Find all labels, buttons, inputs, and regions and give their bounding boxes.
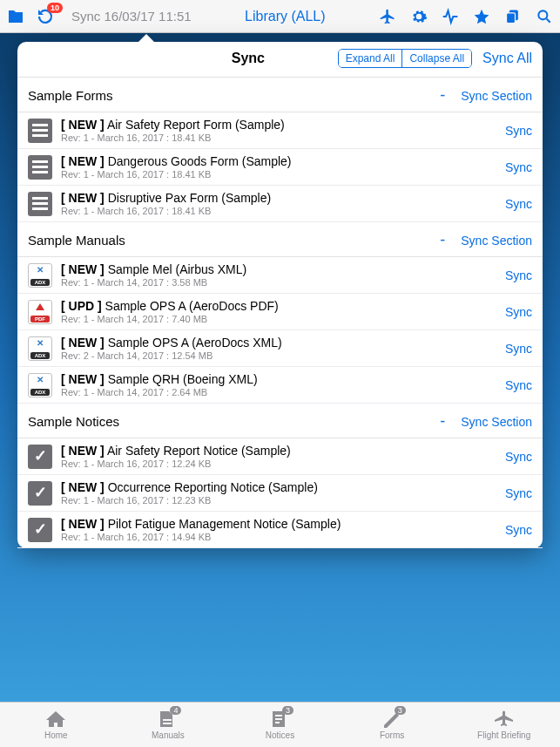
sync-section-button[interactable]: Sync Section bbox=[461, 234, 532, 248]
section-title: Sample Forms bbox=[28, 88, 440, 103]
list-item[interactable]: [ NEW ] Air Safety Report Form (Sample)R… bbox=[17, 112, 543, 149]
list-item[interactable]: [ UPD ] Sample OPS A (AeroDocs PDF)Rev: … bbox=[17, 294, 543, 330]
section-header: Sample Forms-Sync Section bbox=[17, 78, 543, 112]
status-tag: [ NEW ] bbox=[61, 154, 105, 168]
item-name: Dangerous Goods Form (Sample) bbox=[108, 154, 292, 168]
item-name: Disruptive Pax Form (Sample) bbox=[108, 191, 272, 205]
tab-badge: 4 bbox=[170, 706, 181, 715]
tab-label: Notices bbox=[266, 730, 294, 740]
collapse-toggle[interactable]: - bbox=[440, 412, 445, 431]
item-meta: Rev: 1 - March 14, 2017 : 2.64 MB bbox=[61, 387, 505, 397]
item-text: [ NEW ] Pilot Fatigue Management Notice … bbox=[61, 517, 505, 542]
item-name: Air Safety Report Notice (Sample) bbox=[107, 444, 291, 458]
item-text: [ NEW ] Dangerous Goods Form (Sample)Rev… bbox=[61, 154, 505, 180]
section-header: Sample Manuals-Sync Section bbox=[17, 222, 543, 257]
status-tag: [ NEW ] bbox=[61, 262, 105, 276]
tab-flight-briefing[interactable]: Flight Briefing bbox=[448, 703, 560, 747]
collapse-all-button[interactable]: Collapse All bbox=[401, 50, 471, 67]
list-item[interactable]: [ NEW ] Sample OPS A (AeroDocs XML)Rev: … bbox=[17, 330, 543, 367]
section-title: Sample Manuals bbox=[28, 233, 440, 248]
doc-file-icon bbox=[28, 192, 52, 216]
doc-file-icon bbox=[28, 155, 52, 180]
svg-rect-1 bbox=[507, 12, 516, 23]
item-text: [ NEW ] Air Safety Report Notice (Sample… bbox=[61, 444, 505, 469]
sync-item-button[interactable]: Sync bbox=[505, 124, 532, 138]
sync-item-button[interactable]: Sync bbox=[505, 160, 532, 174]
item-name: Sample Mel (Airbus XML) bbox=[108, 262, 247, 276]
item-meta: Rev: 1 - March 16, 2017 : 14.94 KB bbox=[61, 532, 505, 542]
sync-section-button[interactable]: Sync Section bbox=[461, 89, 532, 103]
item-meta: Rev: 2 - March 14, 2017 : 12.54 MB bbox=[61, 350, 505, 361]
xml-file-icon bbox=[28, 373, 52, 397]
sync-item-button[interactable]: Sync bbox=[505, 268, 532, 282]
pdf-file-icon bbox=[28, 300, 52, 324]
chk-file-icon bbox=[28, 481, 52, 506]
tab-label: Forms bbox=[380, 730, 404, 740]
sync-item-button[interactable]: Sync bbox=[505, 378, 532, 392]
list-item[interactable]: [ NEW ] Sample Mel (Airbus XML)Rev: 1 - … bbox=[17, 257, 543, 294]
status-tag: [ NEW ] bbox=[61, 372, 105, 386]
refresh-icon[interactable]: 10 bbox=[37, 8, 54, 25]
gear-icon[interactable] bbox=[410, 8, 428, 25]
item-text: [ NEW ] Sample Mel (Airbus XML)Rev: 1 - … bbox=[61, 262, 505, 288]
list-item[interactable]: [ NEW ] Pilot Fatigue Management Notice … bbox=[17, 512, 543, 548]
tab-manuals[interactable]: 4 Manuals bbox=[112, 703, 225, 747]
section-header: Sample Notices-Sync Section bbox=[17, 404, 543, 438]
sync-item-button[interactable]: Sync bbox=[505, 197, 532, 211]
status-tag: [ NEW ] bbox=[61, 444, 105, 458]
item-name: Occurrence Reporting Notice (Sample) bbox=[108, 480, 318, 494]
sync-item-button[interactable]: Sync bbox=[505, 342, 532, 356]
sync-all-button[interactable]: Sync All bbox=[482, 51, 532, 66]
section-title: Sample Notices bbox=[28, 414, 440, 429]
bottom-tabbar: Home 4 Manuals 3 Notices 3 Forms Flight … bbox=[0, 702, 560, 747]
status-tag: [ UPD ] bbox=[61, 299, 102, 313]
folder-icon[interactable] bbox=[7, 9, 24, 24]
list-item[interactable]: [ NEW ] Occurrence Reporting Notice (Sam… bbox=[17, 475, 543, 512]
page-title[interactable]: Library (ALL) bbox=[199, 9, 372, 24]
airplane-icon[interactable] bbox=[379, 8, 396, 25]
sync-item-button[interactable]: Sync bbox=[505, 523, 532, 537]
sync-section-button[interactable]: Sync Section bbox=[461, 415, 532, 429]
list-item[interactable]: [ NEW ] Sample QRH (Boeing XML)Rev: 1 - … bbox=[17, 367, 543, 404]
item-name: Air Safety Report Form (Sample) bbox=[107, 118, 285, 132]
item-meta: Rev: 1 - March 16, 2017 : 12.23 KB bbox=[61, 495, 505, 506]
list-item[interactable]: [ NEW ] Disruptive Pax Form (Sample)Rev:… bbox=[17, 186, 543, 222]
list-item[interactable]: [ NEW ] Air Safety Report Notice (Sample… bbox=[17, 438, 543, 475]
tab-label: Manuals bbox=[152, 730, 185, 740]
collapse-toggle[interactable]: - bbox=[440, 86, 445, 105]
sync-popover: Sync Expand All Collapse All Sync All Sa… bbox=[17, 42, 543, 548]
tab-label: Flight Briefing bbox=[477, 730, 530, 740]
expand-collapse-segment: Expand All Collapse All bbox=[338, 49, 472, 68]
sync-item-button[interactable]: Sync bbox=[505, 450, 532, 464]
tab-forms[interactable]: 3 Forms bbox=[336, 703, 449, 747]
list-item[interactable]: [ NEW ] Dangerous Goods Form (Sample)Rev… bbox=[17, 149, 543, 186]
popover-title: Sync bbox=[159, 51, 338, 66]
tab-notices[interactable]: 3 Notices bbox=[224, 703, 336, 747]
tab-home[interactable]: Home bbox=[0, 703, 112, 747]
item-name: Sample OPS A (AeroDocs PDF) bbox=[105, 299, 279, 313]
item-meta: Rev: 1 - March 14, 2017 : 3.58 MB bbox=[61, 277, 505, 288]
status-tag: [ NEW ] bbox=[61, 191, 105, 205]
activity-icon[interactable] bbox=[442, 8, 459, 25]
xml-file-icon bbox=[28, 336, 52, 361]
copy-icon[interactable] bbox=[504, 8, 522, 25]
item-name: Pilot Fatigue Management Notice (Sample) bbox=[108, 517, 341, 531]
sync-item-button[interactable]: Sync bbox=[505, 305, 532, 319]
item-meta: Rev: 1 - March 16, 2017 : 12.24 KB bbox=[61, 458, 505, 469]
popover-header: Sync Expand All Collapse All Sync All bbox=[17, 42, 543, 78]
star-icon[interactable] bbox=[473, 8, 490, 25]
refresh-badge: 10 bbox=[47, 3, 63, 13]
item-meta: Rev: 1 - March 16, 2017 : 18.41 KB bbox=[61, 132, 505, 143]
top-toolbar: 10 Sync 16/03/17 11:51 Library (ALL) bbox=[0, 0, 560, 33]
item-text: [ NEW ] Sample OPS A (AeroDocs XML)Rev: … bbox=[61, 336, 505, 361]
sync-item-button[interactable]: Sync bbox=[505, 486, 532, 500]
doc-file-icon bbox=[28, 119, 52, 143]
collapse-toggle[interactable]: - bbox=[440, 231, 445, 249]
item-name: Sample QRH (Boeing XML) bbox=[108, 372, 258, 386]
expand-all-button[interactable]: Expand All bbox=[339, 50, 402, 67]
tab-badge: 3 bbox=[395, 706, 406, 715]
item-text: [ NEW ] Sample QRH (Boeing XML)Rev: 1 - … bbox=[61, 372, 505, 397]
search-icon[interactable] bbox=[536, 8, 553, 25]
status-tag: [ NEW ] bbox=[61, 517, 105, 531]
item-meta: Rev: 1 - March 14, 2017 : 7.40 MB bbox=[61, 314, 505, 324]
